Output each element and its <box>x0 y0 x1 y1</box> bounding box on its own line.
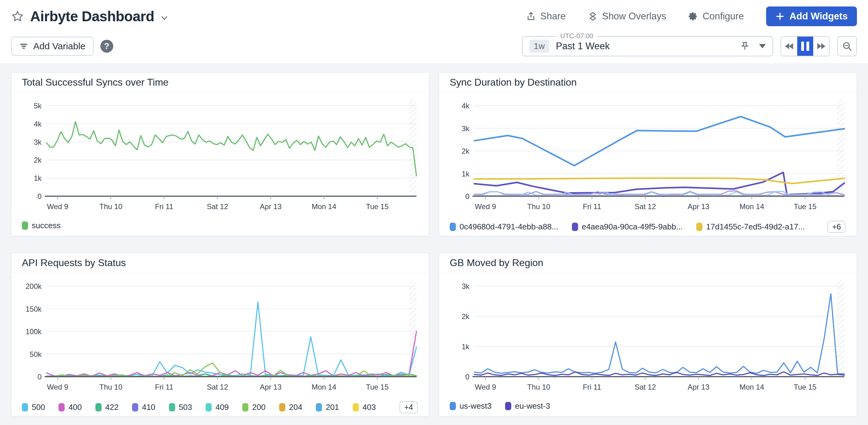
svg-text:4k: 4k <box>462 102 470 110</box>
widget-title: Sync Duration by Destination <box>450 77 577 88</box>
svg-text:2k: 2k <box>462 312 470 321</box>
widget-header[interactable]: API Requests by Status <box>11 253 429 273</box>
widget-total-successful-syncs: Total Successful Syncs over Time 5k4k3k2… <box>11 72 429 236</box>
svg-text:1k: 1k <box>34 174 42 182</box>
svg-text:Thu 10: Thu 10 <box>99 383 123 391</box>
svg-text:Sat 12: Sat 12 <box>207 202 228 211</box>
widget-title: Total Successful Syncs over Time <box>22 77 169 88</box>
svg-text:Sat 12: Sat 12 <box>635 202 656 211</box>
legend-label: 204 <box>289 402 302 412</box>
svg-text:200k: 200k <box>26 282 42 291</box>
svg-text:Mon 14: Mon 14 <box>311 202 336 211</box>
widget-body: 4k3k2k1k0Wed 9Thu 10Fri 11Sat 12Apr 13Mo… <box>439 92 857 233</box>
svg-text:Mon 14: Mon 14 <box>739 202 764 211</box>
svg-text:Apr 13: Apr 13 <box>260 383 282 391</box>
pin-icon[interactable] <box>740 41 750 51</box>
help-icon: ? <box>104 41 109 51</box>
legend-swatch <box>22 221 28 230</box>
chart-canvas[interactable]: 4k3k2k1k0Wed 9Thu 10Fri 11Sat 12Apr 13Mo… <box>443 95 852 218</box>
favorite-star-icon[interactable] <box>11 10 24 23</box>
legend-item[interactable]: 204 <box>279 402 302 412</box>
svg-text:0: 0 <box>37 373 41 381</box>
legend-swatch <box>95 403 101 412</box>
legend-item[interactable]: 0c49680d-4791-4ebb-a88... <box>450 222 558 232</box>
legend-label: 201 <box>326 402 339 412</box>
legend-label: success <box>32 221 61 230</box>
legend-item[interactable]: us-west3 <box>450 401 492 411</box>
legend-item[interactable]: 403 <box>353 402 376 412</box>
legend-swatch <box>353 403 359 412</box>
add-widgets-button[interactable]: Add Widgets <box>766 6 857 26</box>
layers-icon <box>588 11 598 21</box>
chart-canvas[interactable]: 3k2k1k0Wed 9Thu 10Fri 11Sat 12Apr 13Mon … <box>443 275 852 398</box>
legend-item[interactable]: e4aea90a-90ca-49f5-9abb... <box>572 222 683 232</box>
header-title-row: Airbyte Dashboard Share <box>0 0 868 33</box>
legend-overflow-chip[interactable]: +4 <box>400 401 418 413</box>
widget-gb-moved: GB Moved by Region 3k2k1k0Wed 9Thu 10Fri… <box>439 253 857 417</box>
svg-text:0: 0 <box>37 192 41 201</box>
show-overlays-button[interactable]: Show Overlays <box>588 11 666 22</box>
svg-text:3k: 3k <box>462 124 470 133</box>
widget-header[interactable]: Total Successful Syncs over Time <box>11 73 429 92</box>
legend-item[interactable]: 200 <box>242 402 265 412</box>
chart-legend: 500400422410503409200204201403+4 <box>22 401 425 413</box>
widget-header[interactable]: Sync Duration by Destination <box>439 73 857 92</box>
svg-text:Fri 11: Fri 11 <box>155 383 173 391</box>
legend-swatch <box>316 403 322 412</box>
legend-item[interactable]: 500 <box>22 402 45 412</box>
chart-legend: 0c49680d-4791-4ebb-a88...e4aea90a-90ca-4… <box>450 221 852 233</box>
add-variable-label: Add Variable <box>33 41 86 52</box>
title-chevron-down-icon[interactable] <box>160 13 169 23</box>
zoom-out-button[interactable] <box>837 36 857 56</box>
widget-body: 5k4k3k2k1k0Wed 9Thu 10Fri 11Sat 12Apr 13… <box>11 92 429 230</box>
pause-button[interactable] <box>797 37 813 56</box>
chart-canvas[interactable]: 200k150k100k50k0Wed 9Thu 10Fri 11Sat 12A… <box>16 275 425 398</box>
pause-icon <box>801 41 809 51</box>
chart-canvas[interactable]: 5k4k3k2k1k0Wed 9Thu 10Fri 11Sat 12Apr 13… <box>16 95 425 218</box>
legend-item[interactable]: eu-west-3 <box>505 401 550 411</box>
svg-text:Thu 10: Thu 10 <box>99 202 123 211</box>
plus-icon <box>775 12 784 21</box>
add-variable-button[interactable]: Add Variable <box>11 37 94 56</box>
legend-label: 0c49680d-4791-4ebb-a88... <box>460 222 558 232</box>
legend-overflow-chip[interactable]: +6 <box>827 221 845 233</box>
add-widgets-label: Add Widgets <box>789 11 848 22</box>
legend-item[interactable]: 409 <box>206 402 229 412</box>
widget-header[interactable]: GB Moved by Region <box>439 253 857 273</box>
legend-label: 400 <box>68 402 82 412</box>
time-range-picker[interactable]: UTC-07:00 1w Past 1 Week <box>522 36 773 56</box>
svg-text:Tue 15: Tue 15 <box>366 202 389 211</box>
page-title[interactable]: Airbyte Dashboard <box>30 8 154 25</box>
svg-text:Fri 11: Fri 11 <box>155 202 173 211</box>
time-range-label: Past 1 Week <box>556 41 610 52</box>
time-dropdown-caret-icon[interactable] <box>759 44 766 48</box>
legend-label: 409 <box>215 402 229 412</box>
share-button[interactable]: Share <box>526 11 566 22</box>
legend-swatch <box>22 403 28 412</box>
svg-text:100k: 100k <box>26 327 42 336</box>
legend-item[interactable]: 410 <box>132 402 155 412</box>
legend-item[interactable]: success <box>22 221 61 230</box>
legend-item[interactable]: 400 <box>59 402 82 412</box>
svg-text:2k: 2k <box>34 156 42 164</box>
svg-text:Mon 14: Mon 14 <box>739 383 764 391</box>
svg-text:Sat 12: Sat 12 <box>207 383 228 391</box>
timezone-label: UTC-07:00 <box>557 32 596 40</box>
svg-text:150k: 150k <box>26 305 42 313</box>
legend-item[interactable]: 503 <box>169 402 192 412</box>
legend-item[interactable]: 17d1455c-7ed5-49d2-a17... <box>696 222 805 232</box>
help-button[interactable]: ? <box>100 40 113 53</box>
legend-item[interactable]: 422 <box>95 402 119 412</box>
zoom-out-icon <box>842 41 852 52</box>
svg-text:0: 0 <box>465 192 469 201</box>
svg-text:3k: 3k <box>34 138 42 146</box>
svg-text:1k: 1k <box>462 342 470 351</box>
legend-swatch <box>206 403 212 412</box>
time-range-chip[interactable]: 1w <box>529 40 549 53</box>
legend-item[interactable]: 201 <box>316 402 339 412</box>
legend-swatch <box>505 402 511 410</box>
fast-forward-button[interactable] <box>813 37 829 56</box>
svg-text:1k: 1k <box>462 170 470 178</box>
configure-button[interactable]: Configure <box>688 11 744 22</box>
rewind-button[interactable] <box>781 37 797 56</box>
